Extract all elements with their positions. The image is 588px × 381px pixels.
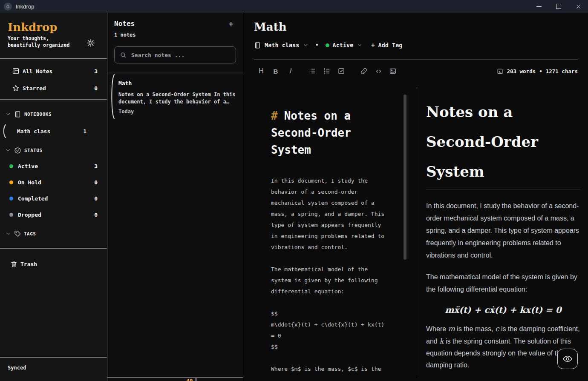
chevron-down-icon [5,147,11,153]
close-icon [576,4,581,9]
status-dot [326,43,329,47]
preview-equation: mẍ(t) + cẋ(t) + kx(t) = 0 [426,305,580,315]
add-tag-button[interactable]: + Add Tag [371,42,402,49]
note-item-date: Today [118,109,134,115]
notes-list-panel: Notes + 1 notes Math Notes on a Second-O… [107,13,243,381]
preview-content: Notes on a Second-Order System In this d… [426,97,580,381]
divider [0,99,107,100]
inkdrop-app-icon [4,3,12,11]
count-badge: 0 [94,212,98,218]
hash-token: # [271,109,278,122]
heading-button[interactable]: H [254,65,268,77]
markdown-source-pane[interactable]: #Notes on a Second-Order System In this … [243,87,417,381]
math-var: m [448,324,455,333]
checklist-button[interactable] [334,65,349,77]
all-notes-icon [12,67,20,75]
sidebar-item-all-notes[interactable]: All Notes 3 [0,64,107,78]
notebook-icon [254,42,261,49]
sidebar-item-status-on-hold[interactable]: On Hold 0 [0,175,107,189]
sidebar-item-starred[interactable]: Starred 0 [0,81,107,95]
source-paragraph: Where $m$ is the mass, $c$ is the [271,364,387,375]
editor-panel: Math Math class • Active + Add Tag H B I [243,13,588,381]
sidebar-section-tags[interactable]: TAGS [0,228,107,240]
sync-status: Synced [8,365,26,371]
notebook-selector[interactable]: Math class [265,42,299,49]
titlebar-app-name: Inkdrop [16,3,34,10]
word-count: 203 words [507,68,536,74]
preview-toggle-button[interactable] [557,349,578,369]
word-count-area: 203 words • 1271 chars [497,65,578,77]
note-list-item[interactable]: Math Notes on a Second-Order System In t… [107,72,243,123]
note-title: Math [254,20,287,33]
chevron-down-icon [5,231,11,237]
meta-separator: • [315,42,318,48]
maximize-button[interactable] [549,0,568,13]
search-icon [120,52,127,58]
image-button[interactable] [386,65,400,77]
italic-button[interactable]: I [283,65,297,77]
divider [0,58,107,59]
search-input[interactable] [130,52,231,59]
notes-count: 1 notes [114,32,136,38]
minimize-icon [536,6,542,7]
ordered-list-icon [323,67,331,75]
status-dot [9,180,13,184]
note-item-preview: Notes on a Second-Order System In this d… [118,91,237,105]
sidebar-item-trash[interactable]: Trash [0,257,107,271]
count-separator: • [539,68,542,74]
footer-fragment: 40 [186,378,193,381]
footer-fragment-cursor [196,378,196,381]
app-logo: Inkdrop [8,21,57,34]
close-button[interactable] [568,0,588,13]
status-dot [9,164,13,168]
ordered-list-button[interactable] [320,65,334,77]
source-math-block: $$ m\ddot{x}(t) + c\dot{x}(t) + kx(t) = … [271,308,387,352]
sidebar-section-notebooks[interactable]: NOTEBOOKS [0,108,107,120]
sidebar-item-status-active[interactable]: Active 3 [0,159,107,173]
link-icon [360,67,368,75]
chevron-down-icon[interactable] [357,42,363,48]
link-button[interactable] [357,65,371,77]
divider [254,60,578,60]
chevron-down-icon[interactable] [303,42,308,48]
divider [0,357,107,358]
add-note-button[interactable]: + [228,20,233,29]
code-icon [375,68,382,75]
markdown-source[interactable]: #Notes on a Second-Order System In this … [271,107,387,381]
bold-button[interactable]: B [268,65,283,77]
eye-icon [562,354,573,364]
status-selector[interactable]: Active [333,42,354,49]
sidebar-section-status[interactable]: STATUS [0,144,107,156]
preview-heading: Notes on a Second-Order System [426,97,580,189]
divider [0,248,107,249]
scrollbar-thumb[interactable] [404,95,406,260]
checklist-icon [337,67,345,75]
editor-panes: #Notes on a Second-Order System In this … [243,87,588,381]
sidebar-item-status-dropped[interactable]: Dropped 0 [0,207,107,222]
check-circle-icon [14,147,21,154]
window-controls [529,0,588,13]
code-button[interactable] [371,65,386,77]
minimize-button[interactable] [529,0,549,13]
count-badge: 1 [83,128,86,135]
sidebar-item-status-completed[interactable]: Completed 0 [0,191,107,206]
preview-paragraph: In this document, I study the behavior o… [426,200,580,261]
count-badge: 0 [94,195,98,202]
sparkle-icon[interactable] [86,38,95,48]
notebook-icon [14,111,21,118]
status-dot [9,213,13,217]
search-box[interactable] [114,46,236,63]
sidebar-item-notebook-math-class[interactable]: Math class 1 [0,123,107,139]
count-badge: 0 [94,85,98,92]
preview-paragraph: The mathematical model of the system is … [426,271,580,295]
word-count-icon [497,68,503,74]
bullet-list-button[interactable] [305,65,320,77]
chevron-down-icon [5,111,11,117]
editor-toolbar: H B I [254,65,400,77]
titlebar: Inkdrop [0,0,588,13]
app-tagline: Your thoughts, beautifully organized [8,35,69,49]
source-paragraph: The mathematical model of the system is … [271,264,387,297]
count-badge: 3 [94,68,98,74]
note-meta-row: Math class • Active + Add Tag [254,40,402,50]
tag-icon [14,230,21,237]
